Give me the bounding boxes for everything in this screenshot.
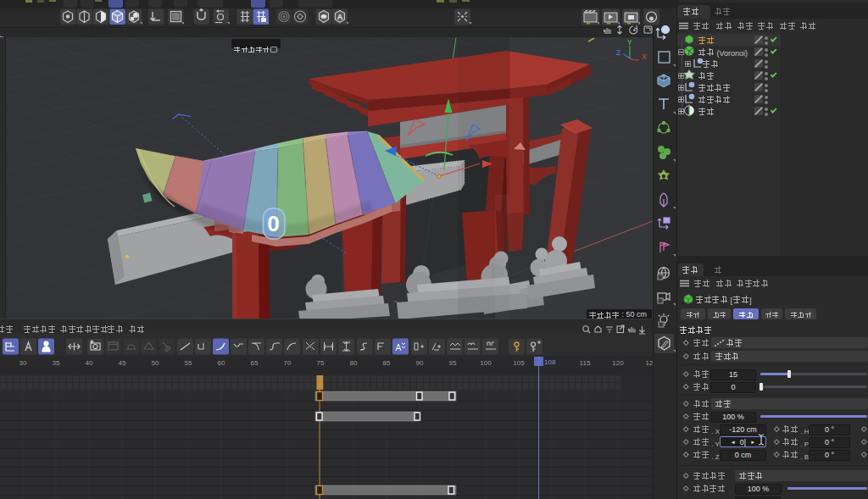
svg-text:90: 90 <box>416 359 424 367</box>
svg-text:95: 95 <box>449 359 457 367</box>
svg-text:105: 105 <box>513 359 525 367</box>
svg-text:30: 30 <box>19 359 27 367</box>
svg-text:70: 70 <box>284 359 292 367</box>
svg-text:45: 45 <box>119 359 126 367</box>
svg-text:12: 12 <box>646 359 653 367</box>
svg-text:75: 75 <box>317 359 325 367</box>
svg-text:35: 35 <box>53 359 60 367</box>
svg-text:108: 108 <box>544 358 556 366</box>
svg-text:A: A <box>337 13 343 21</box>
svg-text:55: 55 <box>185 359 192 367</box>
svg-text:Z: Z <box>616 48 620 57</box>
svg-text:115: 115 <box>580 359 591 367</box>
svg-text:50: 50 <box>152 359 159 367</box>
svg-text:100: 100 <box>480 359 492 367</box>
svg-text:40: 40 <box>86 359 93 367</box>
svg-text:80: 80 <box>350 359 358 367</box>
svg-text:X: X <box>642 53 647 61</box>
svg-text:120: 120 <box>612 359 624 367</box>
svg-text:85: 85 <box>383 359 391 367</box>
svg-text:0: 0 <box>267 211 279 236</box>
svg-text:Y: Y <box>627 38 632 47</box>
svg-text:65: 65 <box>251 359 259 367</box>
svg-text:60: 60 <box>218 359 225 367</box>
